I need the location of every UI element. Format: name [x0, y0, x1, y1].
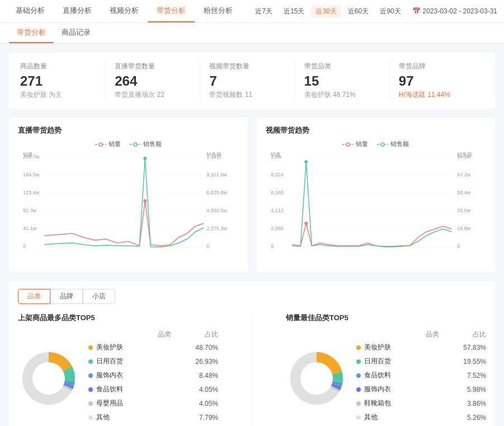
live-trend-chart: 直播带货趋势 销量 销售额 205.7w 164.5w: [9, 118, 248, 272]
svg-point-51: [304, 160, 308, 163]
svg-point-27: [346, 143, 350, 146]
right-pie-section: 销量最佳品类TOP5 品类 占比: [286, 313, 486, 426]
svg-text:164.5w: 164.5w: [23, 172, 40, 177]
stats-row: 商品数量 271 美妆护肤 为主 直播带货数量 264 带货直播场次 22 视频…: [9, 53, 495, 109]
svg-text:123.4w: 123.4w: [23, 190, 40, 195]
sub-tab-goods-record[interactable]: 商品记录: [54, 23, 98, 43]
date-filter-group: 近7天 近15天 近30天 近60天 近90天 📅 2023-03-02 - 2…: [251, 5, 497, 18]
svg-text:销量: 销量: [270, 152, 281, 157]
left-pie-wrapper: 品类 占比 美妆护肤 48.70% 日用百货 26.93% 服饰内衣: [18, 330, 218, 426]
svg-text:0: 0: [271, 244, 274, 249]
tab-brand[interactable]: 品牌: [50, 289, 83, 304]
svg-text:6,168: 6,168: [271, 190, 284, 195]
list-item: 日用百货 26.93%: [88, 357, 218, 366]
svg-text:4,550.5w: 4,550.5w: [206, 208, 227, 213]
nav-tab-basic[interactable]: 基础分析: [7, 0, 54, 22]
video-trend-chart: 视频带货趋势 销量 销售额 1.0w 8,224 6,168: [257, 118, 496, 272]
nav-tab-goods[interactable]: 带货分析: [148, 0, 195, 22]
stat-live-goods: 直播带货数量 264 带货直播场次 22: [106, 62, 200, 100]
svg-point-24: [143, 199, 147, 203]
svg-text:41.1w: 41.1w: [23, 226, 37, 231]
list-item: 母婴用品 4.05%: [88, 399, 218, 408]
list-item: 日用百货 19.55%: [356, 357, 486, 366]
svg-point-3: [134, 143, 137, 146]
list-item: 食品饮料 4.05%: [88, 385, 218, 394]
svg-text:9,101.0w: 9,101.0w: [206, 172, 227, 177]
svg-point-1: [99, 143, 102, 146]
sub-navigation: 带货分析 商品记录: [0, 23, 504, 44]
main-content: 商品数量 271 美妆护肤 为主 直播带货数量 264 带货直播场次 22 视频…: [0, 44, 504, 426]
svg-text:0: 0: [206, 244, 209, 249]
right-donut-chart: [286, 348, 347, 409]
calendar-icon: 📅: [412, 7, 421, 15]
category-tabs: 品类 品牌 小店: [18, 289, 486, 304]
svg-text:销售额: 销售额: [456, 152, 472, 157]
list-item: 食品饮料 7.52%: [356, 371, 486, 380]
svg-text:2,056: 2,056: [271, 226, 284, 231]
svg-text:0: 0: [457, 244, 460, 249]
svg-text:6,825.8w: 6,825.8w: [206, 190, 227, 195]
stat-goods-category: 带货品类 15 美妆护肤 48.71%: [295, 62, 390, 100]
charts-row: 直播带货趋势 销量 销售额 205.7w 164.5w: [9, 118, 495, 272]
date-btn-7[interactable]: 近7天: [251, 5, 277, 18]
list-item: 美妆护肤 57.83%: [356, 343, 486, 352]
list-item: 服饰内衣 8.48%: [88, 371, 218, 380]
left-pie-legend: 品类 占比 美妆护肤 48.70% 日用百货 26.93% 服饰内衣: [88, 330, 218, 426]
svg-text:82.3w: 82.3w: [23, 208, 37, 213]
nav-tab-live[interactable]: 直播分析: [54, 0, 101, 22]
live-chart-svg: 205.7w 164.5w 123.4w 82.3w 41.1w 0 销量 1.…: [18, 151, 239, 263]
date-btn-60[interactable]: 近60天: [343, 5, 373, 18]
video-legend-qty: 销量: [342, 140, 368, 148]
tab-category[interactable]: 品类: [18, 289, 50, 304]
video-legend-amt: 销售额: [377, 140, 409, 148]
svg-text:销量: 销量: [22, 152, 33, 157]
live-legend-amt: 销售额: [130, 140, 162, 148]
sub-tab-goods-analysis[interactable]: 带货分析: [9, 23, 54, 43]
right-pie-legend: 品类 占比 美妆护肤 57.83% 日用百货 19.55% 食品饮料: [356, 330, 486, 426]
svg-text:2,275.3w: 2,275.3w: [206, 226, 227, 231]
list-item: 服饰内衣 5.98%: [356, 385, 486, 394]
right-pie-wrapper: 品类 占比 美妆护肤 57.83% 日用百货 19.55% 食品饮料: [286, 330, 486, 426]
stat-video-goods: 视频带货数量 7 带货视频数 11: [200, 62, 295, 100]
top-navigation: 基础分析 直播分析 视频分析 带货分析 粉丝分析 近7天 近15天 近30天 近…: [0, 0, 504, 23]
list-item: 美妆护肤 48.70%: [88, 343, 218, 352]
pie-charts-container: 上架商品最多品类TOP5: [18, 313, 486, 426]
nav-tab-fans[interactable]: 粉丝分析: [195, 0, 242, 22]
stat-goods-count: 商品数量 271 美妆护肤 为主: [20, 62, 106, 100]
date-range-display[interactable]: 📅 2023-03-02 - 2023-03-31: [412, 7, 497, 15]
list-item: 其他 5.26%: [356, 413, 486, 422]
svg-point-50: [304, 222, 308, 225]
left-donut-chart: [18, 348, 79, 409]
list-item: 鞋靴箱包 3.86%: [356, 399, 486, 408]
svg-point-25: [143, 157, 147, 160]
live-legend-qty: 销量: [95, 140, 121, 148]
svg-point-29: [381, 143, 384, 146]
svg-text:8,224: 8,224: [271, 172, 284, 177]
tab-store[interactable]: 小店: [83, 289, 115, 304]
svg-text:67.2w: 67.2w: [457, 172, 471, 177]
left-pie-section: 上架商品最多品类TOP5: [18, 313, 218, 426]
date-btn-15[interactable]: 近15天: [279, 5, 309, 18]
svg-text:销售额: 销售额: [206, 152, 222, 157]
vertical-divider: [252, 313, 252, 426]
svg-text:4,112: 4,112: [271, 208, 284, 213]
stat-goods-brand: 带货品牌 97 H/海选廷 11.44%: [390, 62, 484, 100]
date-btn-30[interactable]: 近30天: [311, 5, 341, 18]
date-btn-90[interactable]: 近90天: [375, 5, 405, 18]
list-item: 其他 7.79%: [88, 413, 218, 422]
svg-text:16.8w: 16.8w: [457, 226, 471, 231]
video-chart-svg: 1.0w 8,224 6,168 4,112 2,056 0 销量 84.0w …: [266, 151, 487, 263]
svg-text:0: 0: [23, 244, 26, 249]
svg-text:50.4w: 50.4w: [457, 190, 471, 195]
nav-tab-video[interactable]: 视频分析: [101, 0, 148, 22]
svg-text:33.6w: 33.6w: [457, 208, 471, 213]
bottom-section: 品类 品牌 小店 上架商品最多品类TOP5: [9, 281, 495, 426]
